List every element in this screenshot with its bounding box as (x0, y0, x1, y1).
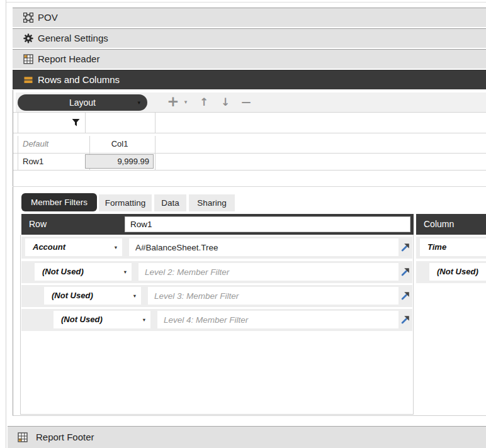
column-filter-row-1: Time (416, 237, 486, 259)
accordion-rows-and-columns-label: Rows and Columns (38, 70, 120, 89)
accordion-rows-and-columns[interactable]: Rows and Columns (13, 70, 486, 89)
column-filter-row-2: (Not Used) (416, 261, 486, 283)
dimension-dropdown-level3[interactable]: (Not Used) ▾ (44, 287, 141, 305)
column-dimension-dropdown-level1-label: Time (420, 242, 446, 252)
move-down-button[interactable]: ↓ (218, 92, 232, 112)
tab-member-filters-label: Member Filters (21, 193, 97, 211)
row-panel-body: Account ▾ (Not Used) ▾ (20, 235, 414, 415)
dimension-dropdown-level4-label: (Not Used) (54, 315, 103, 324)
grid-header-empty-cell[interactable] (84, 113, 155, 133)
member-filter-input-level2[interactable] (138, 263, 398, 281)
dimension-dropdown-level2[interactable]: (Not Used) ▾ (35, 263, 132, 281)
report-header-table-icon (23, 54, 33, 64)
layout-toolbar: Layout ▾ + ▾ ↑ ↓ — (16, 92, 486, 112)
grid-header-row (13, 112, 486, 133)
accordion-pov-label: POV (38, 8, 58, 27)
column-panel-body: Time (Not Used) (416, 235, 486, 415)
chevron-down-icon: ▾ (143, 311, 145, 328)
grid-default-cell[interactable]: Default (18, 136, 90, 153)
dimension-dropdown-level4[interactable]: (Not Used) ▾ (54, 311, 150, 328)
chevron-down-icon: ▾ (115, 238, 117, 256)
member-selector-arrow-icon[interactable] (400, 315, 410, 325)
tab-sharing-label: Sharing (189, 194, 235, 211)
member-filter-input-level4[interactable] (157, 311, 398, 328)
layout-button-label: Layout (69, 98, 96, 108)
grid-value-cell-wrap: 9,999.99 (84, 154, 155, 170)
tab-sharing[interactable]: Sharing (189, 194, 235, 211)
grid-selected-value-cell[interactable]: 9,999.99 (85, 154, 154, 169)
section-divider (13, 186, 486, 187)
accordion-report-footer[interactable]: Report Footer (8, 426, 486, 448)
dimension-dropdown-level3-label: (Not Used) (44, 291, 93, 300)
accordion-general-settings[interactable]: General Settings (13, 28, 486, 48)
layout-dropdown-button[interactable]: Layout ▾ (18, 94, 147, 111)
member-filter-input-level3[interactable] (148, 287, 398, 305)
grid-column-header-row: Default Col1 (13, 136, 486, 154)
pov-grid-icon (23, 13, 33, 23)
column-dimension-dropdown-level2[interactable]: (Not Used) (429, 263, 486, 281)
member-filter-input-level1[interactable] (129, 238, 398, 256)
tab-data[interactable]: Data (154, 194, 186, 211)
rows-and-columns-section: Layout ▾ + ▾ ↑ ↓ — Default Col1 Row1 9,9… (13, 90, 486, 416)
accordion-report-footer-label: Report Footer (36, 427, 94, 448)
gear-icon (23, 33, 33, 43)
filter-funnel-icon[interactable] (72, 118, 80, 127)
grid-filter-cell[interactable] (18, 113, 86, 133)
chevron-down-icon: ▾ (137, 94, 140, 111)
row-panel-header-label: Row (29, 214, 47, 235)
accordion-report-header[interactable]: Report Header (13, 49, 486, 69)
add-dropdown-caret-icon[interactable]: ▾ (181, 92, 190, 112)
dimension-dropdown-level1-label: Account (25, 242, 65, 252)
column-panel-header: Column (416, 214, 486, 235)
chevron-down-icon: ▾ (133, 287, 136, 305)
member-filter-row-4: (Not Used) ▾ (21, 309, 412, 331)
member-selector-arrow-icon[interactable] (400, 242, 410, 252)
tab-formatting[interactable]: Formatting (99, 194, 152, 211)
tab-formatting-label: Formatting (99, 194, 152, 211)
tab-data-label: Data (154, 194, 186, 211)
accordion-general-settings-label: General Settings (38, 29, 108, 48)
grid-data-row: Row1 9,999.99 (13, 154, 486, 171)
member-selector-arrow-icon[interactable] (400, 291, 410, 301)
grid-row1-cell[interactable]: Row1 (18, 154, 90, 170)
member-filter-row-3: (Not Used) ▾ (21, 285, 412, 307)
column-dimension-dropdown-level1[interactable]: Time (420, 238, 486, 256)
member-selector-arrow-icon[interactable] (400, 267, 410, 277)
add-button[interactable]: + (166, 92, 180, 112)
accordion-report-header-label: Report Header (38, 50, 99, 69)
chevron-down-icon: ▾ (124, 263, 127, 281)
dimension-dropdown-level1[interactable]: Account ▾ (25, 238, 122, 256)
move-up-button[interactable]: ↑ (197, 92, 211, 112)
member-filter-row-2: (Not Used) ▾ (21, 261, 412, 283)
row-panel-header: Row (21, 214, 414, 235)
tab-member-filters[interactable]: Member Filters (21, 193, 97, 211)
grid-col1-cell[interactable]: Col1 (84, 136, 155, 153)
column-panel-header-label: Column (424, 214, 454, 235)
dimension-dropdown-level2-label: (Not Used) (35, 267, 84, 276)
row-name-input[interactable] (125, 216, 410, 232)
member-filter-row-1: Account ▾ (21, 237, 412, 259)
column-dimension-dropdown-level2-label: (Not Used) (429, 267, 478, 276)
rows-columns-icon (23, 75, 33, 85)
top-divider (6, 2, 486, 3)
remove-button[interactable]: — (239, 92, 254, 112)
report-footer-table-icon (18, 432, 28, 442)
panel-left-border (6, 0, 6, 448)
accordion-pov[interactable]: POV (13, 8, 486, 27)
